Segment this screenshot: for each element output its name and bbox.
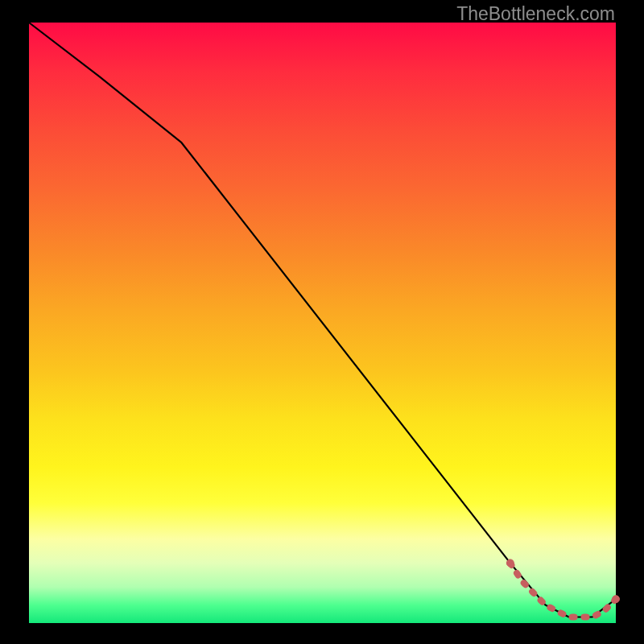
plot-area (29, 23, 616, 623)
watermark-text: TheBottleneck.com (456, 3, 615, 25)
chart-stage: TheBottleneck.com (0, 0, 644, 644)
